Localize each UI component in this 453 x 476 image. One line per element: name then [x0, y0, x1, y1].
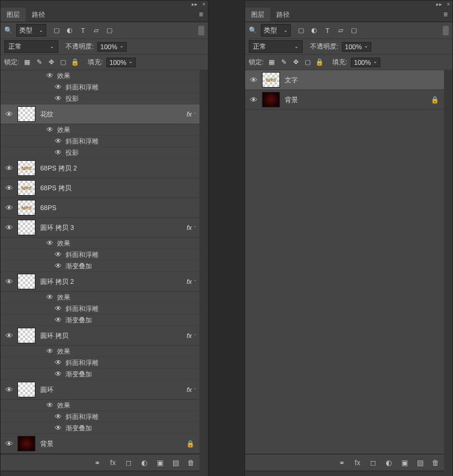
layer-name[interactable]: 68PS 拷贝 [40, 184, 199, 193]
eye-icon[interactable]: 👁 [46, 71, 53, 80]
search-icon[interactable]: 🔍 [4, 26, 13, 34]
vertical-scrollbar[interactable] [444, 70, 452, 476]
fx-toggle-icon[interactable]: ˆ [194, 225, 196, 230]
fx-toggle-icon[interactable]: ˆ [194, 333, 196, 339]
effect-item[interactable]: 👁斜面和浮雕 [1, 357, 199, 369]
blend-mode-dropdown[interactable]: 正常 ⌄ [4, 40, 58, 53]
eye-icon[interactable]: 👁 [46, 347, 53, 355]
mask-icon[interactable]: ◻ [124, 458, 133, 468]
layer-thumbnail[interactable]: 68PS [262, 72, 280, 88]
layer-name[interactable]: 圆环 拷贝 [40, 331, 187, 340]
close-icon[interactable]: × [447, 1, 450, 7]
fx-indicator[interactable]: fx [187, 332, 192, 339]
layer-thumbnail[interactable] [17, 382, 35, 397]
filter-text-icon[interactable]: T [323, 26, 332, 35]
layer-name[interactable]: 背景 [285, 95, 431, 104]
layer-name[interactable]: 圆环 拷贝 2 [40, 277, 187, 286]
filter-kind-dropdown[interactable]: 类型 ⌄ [261, 24, 291, 37]
collapse-icon[interactable]: ▸▸ [192, 1, 198, 7]
eye-icon[interactable]: 👁 [55, 83, 62, 91]
layer-thumbnail[interactable]: 68PS [17, 160, 35, 176]
effect-item[interactable]: 👁渐变叠加 [1, 315, 199, 326]
lock-position-icon[interactable]: ✥ [291, 58, 300, 67]
eye-icon[interactable]: 👁 [55, 424, 62, 432]
lock-nest-icon[interactable]: ▢ [303, 58, 312, 67]
eye-icon[interactable]: 👁 [55, 262, 62, 270]
eye-icon[interactable]: 👁 [46, 401, 53, 409]
layer-row[interactable]: 👁68PS68PS [1, 198, 199, 218]
layer-thumbnail[interactable] [17, 106, 35, 122]
effects-header[interactable]: 👁效果 [1, 346, 199, 357]
fx-indicator[interactable]: fx [187, 386, 192, 393]
eye-icon[interactable]: 👁 [55, 412, 62, 421]
layer-name[interactable]: 文字 [285, 76, 444, 85]
layer-name[interactable]: 花纹 [40, 110, 187, 119]
adjustment-icon[interactable]: ◐ [384, 458, 394, 468]
layer-row[interactable]: 👁圆环 拷贝 2fxˆ [1, 272, 199, 292]
visibility-toggle[interactable]: 👁 [1, 223, 17, 232]
filter-toggle[interactable] [443, 26, 449, 35]
lock-transparency-icon[interactable]: ▦ [23, 58, 31, 67]
eye-icon[interactable]: 👁 [55, 316, 62, 324]
eye-icon[interactable]: 👁 [55, 358, 62, 367]
lock-position-icon[interactable]: ✥ [47, 58, 55, 67]
eye-icon[interactable]: 👁 [46, 125, 53, 134]
tab-layers[interactable]: 图层 [1, 8, 26, 22]
layer-row[interactable]: 👁68PS文字 [245, 70, 444, 90]
effect-item[interactable]: 👁渐变叠加 [1, 423, 199, 434]
visibility-toggle[interactable]: 👁 [1, 439, 17, 448]
effects-header[interactable]: 👁效果 [1, 124, 199, 136]
effects-header[interactable]: 👁效果 [1, 238, 199, 249]
lock-nest-icon[interactable]: ▢ [59, 58, 67, 67]
effect-item[interactable]: 👁斜面和浮雕 [1, 303, 199, 315]
visibility-toggle[interactable]: 👁 [245, 76, 262, 85]
opacity-input[interactable]: 100% ⌄ [97, 42, 127, 52]
filter-shape-icon[interactable]: ▱ [92, 26, 100, 35]
fx-toggle-icon[interactable]: ˆ [194, 387, 196, 393]
fx-toggle-icon[interactable]: ˆ [194, 279, 196, 285]
filter-toggle[interactable] [198, 26, 204, 35]
layer-thumbnail[interactable] [17, 220, 35, 235]
layer-row[interactable]: 👁圆环 拷贝 3fxˆ [1, 218, 199, 238]
filter-image-icon[interactable]: ▢ [297, 26, 305, 35]
visibility-toggle[interactable]: 👁 [1, 164, 17, 173]
layer-row[interactable]: 👁花纹fxˆ [1, 104, 199, 124]
group-icon[interactable]: ▣ [155, 458, 165, 468]
effect-item[interactable]: 👁渐变叠加 [1, 261, 199, 272]
panel-menu-icon[interactable]: ≡ [439, 8, 452, 22]
effect-item[interactable]: 👁投影 [1, 93, 199, 104]
effect-item[interactable]: 👁投影 [1, 147, 199, 158]
visibility-toggle[interactable]: 👁 [1, 277, 17, 286]
visibility-toggle[interactable]: 👁 [1, 203, 17, 212]
layer-name[interactable]: 圆环 拷贝 3 [40, 223, 187, 232]
effect-item[interactable]: 👁斜面和浮雕 [1, 411, 199, 423]
layer-row[interactable]: 👁背景🔒 [245, 90, 444, 110]
visibility-toggle[interactable]: 👁 [1, 110, 17, 119]
eye-icon[interactable]: 👁 [55, 370, 62, 378]
layers-list[interactable]: 👁效果👁斜面和浮雕👁投影👁花纹fxˆ👁效果👁斜面和浮雕👁投影👁68PS68PS … [1, 70, 199, 454]
filter-text-icon[interactable]: T [79, 26, 87, 35]
adjustment-icon[interactable]: ◐ [139, 458, 149, 468]
trash-icon[interactable]: 🗑 [431, 458, 440, 468]
fx-icon[interactable]: fx [108, 458, 118, 468]
blend-mode-dropdown[interactable]: 正常 ⌄ [249, 40, 303, 53]
layer-thumbnail[interactable]: 68PS [17, 200, 35, 215]
layer-row[interactable]: 👁背景🔒 [1, 434, 199, 454]
effect-item[interactable]: 👁斜面和浮雕 [1, 249, 199, 261]
effects-header[interactable]: 👁效果 [1, 292, 199, 303]
layer-thumbnail[interactable]: 68PS [17, 180, 35, 196]
tab-paths[interactable]: 路径 [26, 8, 51, 22]
eye-icon[interactable]: 👁 [55, 304, 62, 313]
new-layer-icon[interactable]: ▤ [171, 458, 180, 468]
trash-icon[interactable]: 🗑 [186, 458, 196, 468]
eye-icon[interactable]: 👁 [46, 293, 53, 301]
effect-item[interactable]: 👁渐变叠加 [1, 369, 199, 380]
effects-header[interactable]: 👁效果 [1, 70, 199, 82]
group-icon[interactable]: ▣ [400, 458, 409, 468]
fill-input[interactable]: 100% ⌄ [351, 58, 380, 67]
lock-paint-icon[interactable]: ✎ [35, 58, 43, 67]
filter-smart-icon[interactable]: ▢ [105, 26, 114, 35]
layer-name[interactable]: 68PS [40, 204, 199, 211]
opacity-input[interactable]: 100% ⌄ [342, 42, 371, 52]
effect-item[interactable]: 👁斜面和浮雕 [1, 136, 199, 147]
